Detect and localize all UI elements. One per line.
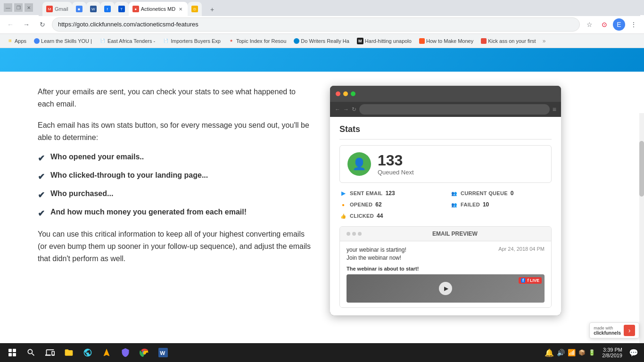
queued-card: 👤 133 Queued Next — [339, 145, 552, 183]
battery-icon[interactable]: 🔋 — [588, 349, 595, 356]
email-body-title: The webinar is about to start! — [347, 266, 545, 272]
new-tab-button[interactable]: + — [206, 3, 219, 16]
kick-favicon — [481, 38, 487, 44]
chrome-taskbar[interactable] — [136, 344, 153, 361]
title-bar: — ❐ ✕ M Gmail ■ W f T ● Actione — [0, 0, 644, 15]
scrollbar-thumb[interactable] — [639, 141, 644, 197]
taskbar-clock[interactable]: 3:39 PM 2/8/2019 — [602, 347, 622, 358]
start-dot-2 — [13, 349, 16, 352]
speaker-icon[interactable]: 🔊 — [557, 349, 565, 356]
notifications-button[interactable]: 💬 — [629, 348, 638, 357]
word-favicon: W — [90, 6, 97, 12]
bookmark-writers[interactable]: Do Writers Really Ha — [291, 37, 352, 45]
bookmark-apps[interactable]: ⊞ Apps — [4, 37, 29, 45]
start-dot-3 — [8, 353, 12, 356]
cf-arrow[interactable]: › — [624, 325, 635, 336]
windows-icon — [8, 349, 16, 356]
stat-clicked-label: CLICKED — [350, 213, 374, 219]
menu-button[interactable]: ⋮ — [627, 18, 640, 31]
checklist-item-4: ✔ And how much money you generated from … — [38, 208, 311, 219]
tab-2[interactable]: ■ — [72, 2, 86, 16]
file-explorer-taskbar[interactable] — [60, 344, 77, 361]
email-meta: your webinar is starting! Join the webin… — [347, 246, 545, 262]
refresh-button[interactable]: ↻ — [36, 18, 49, 31]
edge-icon — [83, 348, 92, 357]
minimize-button[interactable]: — — [4, 3, 12, 12]
more-bookmarks[interactable]: » — [543, 38, 546, 44]
bookmark-skills[interactable]: Learn the Skills YOU | — [31, 37, 95, 45]
stat-failed-value: 10 — [483, 201, 489, 208]
dropbox-icon[interactable]: 📦 — [578, 349, 586, 356]
tab-label: Gmail — [55, 6, 68, 12]
bookmark-apps-label: Apps — [15, 38, 26, 44]
tab-close-icon[interactable]: ✕ — [177, 6, 184, 12]
tab-docs[interactable]: D — [188, 2, 202, 16]
stat-queue-value: 0 — [511, 190, 514, 197]
main-favicon: ● — [132, 6, 139, 12]
vlc-taskbar[interactable] — [98, 344, 115, 361]
mockup-back-icon: ← — [335, 106, 340, 113]
email-preview-box: EMAIL PREVIEW your webinar is starting! … — [339, 226, 552, 308]
star-button[interactable]: ☆ — [583, 18, 596, 31]
mockup-dot-red — [336, 91, 340, 96]
close-button[interactable]: ✕ — [25, 3, 33, 12]
mockup-address-bar — [359, 104, 550, 115]
browser-mockup: ← → ↻ ≡ Stats 👤 133 — [330, 86, 561, 315]
network-icon[interactable]: 📶 — [568, 349, 576, 356]
tab-trello[interactable]: T — [115, 2, 129, 16]
preview-dot-3 — [358, 232, 362, 236]
tab-fb[interactable]: f — [100, 2, 115, 16]
check-icon-1: ✔ — [38, 153, 45, 164]
cf-badge[interactable]: made with clickfunnels › — [589, 322, 639, 338]
tab-main[interactable]: ● Actionetics MD ✕ — [129, 2, 188, 16]
search-taskbar[interactable] — [23, 344, 40, 361]
word-icon: W — [158, 348, 168, 357]
bookmark-kick-label: Kick ass on your first — [488, 38, 536, 44]
hard-favicon: M — [357, 38, 363, 44]
start-button[interactable] — [4, 344, 21, 361]
word-taskbar[interactable]: W — [155, 344, 172, 361]
stats-title: Stats — [339, 124, 552, 140]
bookmark-kick[interactable]: Kick ass on your first — [478, 37, 538, 45]
bookmark-money[interactable]: How to Make Money — [416, 37, 476, 45]
bookmark-topic-label: Topic Index for Resou — [236, 38, 286, 44]
email-image-placeholder: f f LIVE ▶ — [347, 274, 545, 303]
profile-button[interactable]: E — [613, 18, 625, 31]
shield-taskbar[interactable] — [117, 344, 134, 361]
bookmark-hard-label: Hard-hitting unapolo — [365, 38, 412, 44]
task-view-taskbar[interactable] — [41, 344, 58, 361]
back-button[interactable]: ← — [4, 18, 17, 31]
bookmark-writers-label: Do Writers Really Ha — [301, 38, 349, 44]
address-bar[interactable] — [52, 17, 580, 32]
notification-icon[interactable]: 🔔 — [545, 348, 554, 357]
browser-chrome: — ❐ ✕ M Gmail ■ W f T ● Actione — [0, 0, 644, 48]
bookmark-importers[interactable]: 📄 Importers Buyers Exp — [160, 37, 223, 45]
mockup-titlebar — [330, 86, 561, 102]
mockup-dot-yellow — [343, 91, 348, 96]
avatar-circle: 👤 — [347, 152, 371, 176]
edge-taskbar[interactable] — [79, 344, 96, 361]
trello-favicon: T — [118, 6, 125, 12]
docs-favicon: D — [191, 6, 198, 12]
maximize-button[interactable]: ❐ — [14, 3, 23, 12]
avatar-icon: 👤 — [352, 157, 366, 171]
page-content: After your emails are sent, you can chec… — [0, 48, 644, 345]
cf-brand: clickfunnels — [594, 330, 621, 336]
bookmark-africa[interactable]: 📄 East Africa Tenders - — [97, 37, 158, 45]
tab-gmail[interactable]: M Gmail — [42, 2, 72, 16]
money-favicon — [419, 38, 425, 44]
bookmark-topic[interactable]: ★ Topic Index for Resou — [225, 37, 289, 45]
window-controls[interactable]: — ❐ ✕ — [4, 3, 33, 12]
check-icon-3: ✔ — [38, 190, 45, 200]
queued-label: Queued Next — [378, 169, 414, 176]
bookmark-hard[interactable]: M Hard-hitting unapolo — [354, 37, 414, 45]
clicked-icon: 👍 — [339, 212, 347, 220]
scrollbar[interactable] — [639, 113, 644, 345]
pinterest-button[interactable]: ⊙ — [598, 18, 611, 31]
preview-dot-1 — [347, 232, 350, 236]
tab-word[interactable]: W — [86, 2, 100, 16]
forward-button[interactable]: → — [20, 18, 33, 31]
tabs-bar: M Gmail ■ W f T ● Actionetics MD ✕ D — [39, 0, 640, 16]
right-content: ← → ↻ ≡ Stats 👤 133 — [330, 86, 561, 331]
stat-sent-label: SENT EMAIL — [350, 190, 383, 196]
